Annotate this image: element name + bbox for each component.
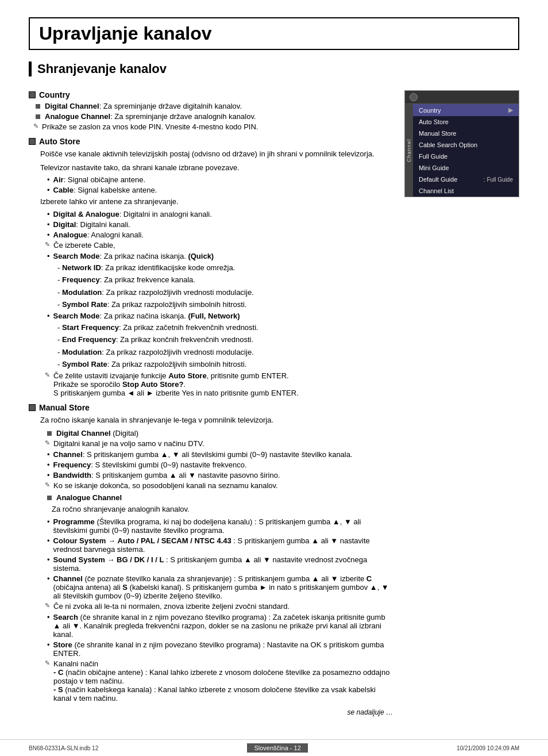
menu-item-manual-store[interactable]: Manual Store	[413, 128, 519, 139]
channel2-text: Channel (če poznate številko kanala za s…	[53, 574, 393, 600]
search-done-text: Ko se iskanje dokonča, so posodobljeni k…	[53, 481, 278, 490]
menu-box: Channel Country ▶ Auto Store Manual Stor…	[404, 90, 519, 197]
bullet-dot-cable: •	[47, 186, 50, 194]
menu-item-full-guide[interactable]: Full Guide	[413, 151, 519, 162]
manual-store-body: Za ročno iskanje kanala in shranjevanje …	[29, 415, 393, 703]
bullet-colour: •	[47, 536, 50, 545]
analogue-channel-text: Analogue Channel: Za spreminjanje države…	[45, 112, 256, 121]
bullet-sound: •	[47, 555, 50, 564]
frequency-item: - Frequency: Za prikaz frekvence kanala.	[40, 274, 393, 286]
manual-store-heading-row: Manual Store	[29, 403, 393, 412]
auto-store-note: ✎ Če želite ustaviti izvajanje funkcije …	[40, 371, 393, 397]
auto-store-label: Auto Store	[419, 118, 449, 125]
auto-store-checkbox	[29, 138, 36, 145]
bullet-search-quick: •	[47, 252, 50, 260]
footer-right: 10/21/2009 10:24:09 AM	[457, 745, 519, 751]
full-guide-label: Full Guide	[419, 153, 447, 160]
default-guide-value: : Full Guide	[484, 176, 513, 183]
no-sound-note: ✎ Če ni zvoka ali le-ta ni normalen, zno…	[40, 602, 393, 611]
bullet-freq2: •	[47, 460, 50, 469]
air-item: • Air: Signal običajne antene.	[40, 175, 393, 184]
bullet-1	[36, 104, 40, 109]
bandwidth-text: Bandwidth: S pritiskanjem gumba ▲ ali ▼ …	[53, 471, 280, 479]
manual-store-heading: Manual Store	[39, 403, 90, 412]
bullet-search-full: •	[47, 312, 50, 320]
freq-text: Frequency: S številskimi gumbi (0~9) nas…	[53, 460, 247, 469]
section-title: Shranjevanje kanalov	[29, 62, 519, 76]
digital-text: Digital: Digitalni kanali.	[53, 220, 130, 229]
bullet-dot-air: •	[47, 175, 50, 184]
mini-guide-label: Mini Guide	[419, 164, 449, 171]
digital-channel-sub-heading: Digital Channel (Digital)	[40, 429, 393, 438]
menu-item-mini-guide[interactable]: Mini Guide	[413, 162, 519, 174]
bullet-dot-digital: •	[47, 220, 50, 229]
menu-header	[405, 91, 519, 104]
menu-item-default-guide[interactable]: Default Guide : Full Guide	[413, 174, 519, 185]
bullet-channel2: •	[47, 574, 50, 583]
note-icon-auto-store: ✎	[45, 371, 50, 379]
analogue-channel-para: Za ročno shranjevanje analognih kanalov.	[40, 504, 393, 515]
country-heading-row: Country	[29, 90, 393, 99]
analogue-text: Analogue: Analogni kanali.	[53, 231, 144, 239]
manual-store-checkbox	[29, 404, 36, 411]
cable-note-text: Če izberete Cable,	[53, 241, 115, 250]
colour-system-item: • Colour System → Auto / PAL / SECAM / N…	[40, 536, 393, 554]
menu-item-country[interactable]: Country ▶	[413, 104, 519, 116]
digital-channel-text: Digital Channel: Za spreminjanje države …	[45, 102, 242, 110]
note-icon-cable: ✎	[45, 241, 50, 248]
search-mode-full-text: Search Mode: Za prikaz načina iskanja. (…	[53, 312, 240, 320]
bullet-dc	[47, 431, 52, 436]
symbol-rate2-item: - Symbol Rate: Za prikaz razpoložljivih …	[40, 359, 393, 370]
symbol-rate-item: - Symbol Rate: Za prikaz razpoložljivih …	[40, 299, 393, 310]
left-content: Country Digital Channel: Za spreminjanje…	[29, 85, 393, 716]
analogue-item: • Analogue: Analogni kanali.	[40, 231, 393, 239]
analogue-channel-sub-heading-text: Analogue Channel	[56, 493, 122, 502]
pin-note: ✎ Prikaže se zaslon za vnos kode PIN. Vn…	[29, 122, 393, 131]
bullet-store: •	[47, 640, 50, 649]
menu-item-channel-list[interactable]: Channel List	[413, 185, 519, 197]
footer: BN68-02331A-SLN.indb 12 Slovenščina - 12…	[0, 739, 548, 756]
da-item: • Digital & Analogue: Digitalni in analo…	[40, 210, 393, 218]
main-title: Upravljanje kanalov	[29, 17, 519, 50]
pin-note-text: Prikaže se zaslon za vnos kode PIN. Vnes…	[42, 122, 258, 131]
digital-item: • Digital: Digitalni kanali.	[40, 220, 393, 229]
channel-item: • Channel: S pritiskanjem gumba ▲, ▼ ali…	[40, 450, 393, 459]
right-panel: Channel Country ▶ Auto Store Manual Stor…	[404, 85, 519, 716]
note-icon-search-done: ✎	[45, 481, 50, 489]
store-item: • Store (če shranite kanal in z njim pov…	[40, 640, 393, 658]
menu-item-cable-search[interactable]: Cable Search Option	[413, 139, 519, 151]
bandwidth-item: • Bandwidth: S pritiskanjem gumba ▲ ali …	[40, 471, 393, 479]
programme-item: • Programme (Številka programa, ki naj b…	[40, 517, 393, 535]
bullet-dot-da: •	[47, 210, 50, 218]
digital-note-text: Digitalni kanal je na voljo samo v način…	[53, 439, 204, 448]
store-text: Store (če shranite kanal in z njim povez…	[53, 640, 393, 658]
sound-system-item: • Sound System → BG / DK / I / L : S pri…	[40, 555, 393, 573]
modulation2-item: - Modulation: Za prikaz razpoložljivih v…	[40, 347, 393, 358]
note-icon-kanal: ✎	[45, 659, 50, 667]
note-icon-1: ✎	[33, 122, 38, 130]
modulation-item: - Modulation: Za prikaz razpoložljivih v…	[40, 287, 393, 298]
analogue-channel-item: Analogue Channel: Za spreminjanje države…	[29, 112, 393, 121]
menu-items-list: Country ▶ Auto Store Manual Store Cable …	[413, 104, 519, 197]
menu-body: Channel Country ▶ Auto Store Manual Stor…	[405, 104, 519, 197]
country-checkbox	[29, 91, 36, 98]
auto-store-note-text: Če želite ustaviti izvajanje funkcije Au…	[53, 371, 299, 397]
digital-note: ✎ Digitalni kanal je na voljo samo v nač…	[40, 439, 393, 448]
channel-label: Channel	[405, 104, 413, 197]
footer-center: Slovenščina - 12	[247, 743, 307, 753]
cable-text: Cable: Signal kabelske antene.	[53, 186, 157, 194]
search-text: Search (če shranite kanal in z njim pove…	[53, 613, 393, 639]
kanal-mode-note: ✎ Kanalni način - C (način običajne ante…	[40, 659, 393, 703]
programme-text: Programme (Številka programa, ki naj bo …	[53, 517, 393, 535]
continue-text: se nadaljuje …	[29, 708, 393, 716]
note-icon-digital: ✎	[45, 439, 50, 447]
bullet-2	[36, 114, 40, 119]
menu-item-auto-store[interactable]: Auto Store	[413, 116, 519, 128]
country-heading: Country	[39, 90, 70, 99]
channel-list-label: Channel List	[419, 187, 454, 194]
menu-icon	[410, 93, 418, 101]
auto-store-heading: Auto Store	[39, 137, 80, 146]
search-mode-quick-text: Search Mode: Za prikaz načina iskanja. (…	[53, 252, 214, 260]
country-label: Country	[419, 107, 441, 114]
country-arrow: ▶	[508, 106, 513, 114]
